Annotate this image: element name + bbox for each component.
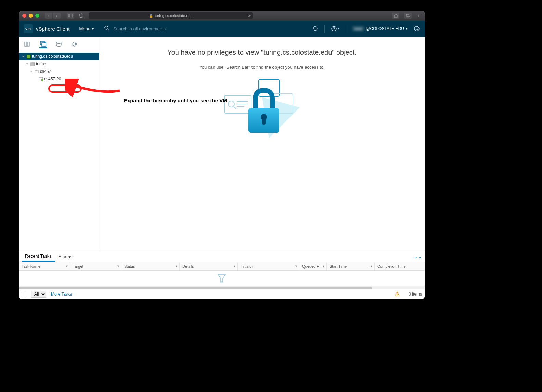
tasks-panel-tabs: Recent Tasks Alarms ⌄⌄	[19, 251, 425, 262]
svg-rect-4	[407, 14, 410, 17]
annotation-text: Expand the hierarchy until you see the V…	[124, 97, 227, 103]
filter-icon[interactable]: ▼	[117, 265, 120, 268]
chevron-down-icon: ▾	[92, 27, 94, 31]
sidebar-icon	[68, 14, 73, 17]
inventory-sidebar: ▾ turing.cs.colostate.edu ▾ turing ▾	[19, 37, 99, 251]
horizontal-scrollbar[interactable]	[19, 286, 425, 289]
minimize-window-button[interactable]	[29, 14, 33, 18]
filter-icon[interactable]: ▼	[175, 265, 178, 268]
filter-icon[interactable]: ▼	[322, 265, 325, 268]
tab-alarms[interactable]: Alarms	[55, 252, 76, 261]
warning-icon[interactable]	[395, 291, 400, 297]
chevron-down-icon: ▾	[406, 27, 408, 30]
vm-running-icon	[38, 77, 43, 81]
divider	[324, 25, 325, 33]
svg-point-44	[397, 295, 398, 296]
filter-icon[interactable]: ▼	[370, 265, 373, 268]
svg-rect-40	[22, 292, 26, 296]
svg-point-39	[220, 282, 223, 283]
svg-rect-25	[41, 79, 43, 81]
col-completion[interactable]: Completion Time	[375, 262, 425, 270]
col-status[interactable]: Status▼	[121, 262, 180, 270]
help-icon: ?	[331, 26, 337, 32]
tasks-filter-select[interactable]: All	[31, 291, 46, 298]
svg-text:?: ?	[333, 27, 335, 31]
tree-item-folder[interactable]: ▾ cs457	[19, 68, 99, 75]
sidebar-view-tabs	[19, 37, 99, 51]
folder-icon	[34, 69, 39, 74]
inventory-tree: ▾ turing.cs.colostate.edu ▾ turing ▾	[19, 51, 99, 84]
networking-tab[interactable]	[71, 40, 78, 48]
smiley-icon	[414, 26, 420, 32]
sort-icon[interactable]: ↓	[367, 265, 369, 268]
tab-recent-tasks[interactable]: Recent Tasks	[22, 251, 55, 262]
refresh-icon	[312, 26, 318, 32]
user-menu[interactable]: xxxx @COLOSTATE.EDU ▾	[352, 26, 408, 31]
tree-label: turing	[36, 62, 46, 66]
chevron-down-icon: ▾	[29, 70, 33, 73]
tasks-footer: All More Tasks 0 items	[19, 289, 425, 299]
col-details[interactable]: Details▼	[180, 262, 238, 270]
safari-sidebar-button[interactable]	[67, 13, 74, 19]
vsphere-body: ▾ turing.cs.colostate.edu ▾ turing ▾	[19, 37, 425, 251]
svg-point-9	[414, 26, 419, 31]
tree-item-vm[interactable]: cs457-20	[19, 75, 99, 83]
search-input[interactable]	[113, 26, 216, 31]
menu-dropdown[interactable]: Menu ▾	[79, 26, 94, 31]
feedback-button[interactable]	[414, 26, 420, 32]
svg-rect-20	[27, 55, 30, 58]
lock-icon: 🔒	[149, 14, 153, 18]
tasks-panel: Recent Tasks Alarms ⌄⌄ Task Name▼ Target…	[19, 251, 425, 299]
col-initiator[interactable]: Initiator▼	[238, 262, 299, 270]
more-tasks-link[interactable]: More Tasks	[51, 292, 72, 297]
column-picker-button[interactable]	[22, 292, 26, 297]
svg-rect-13	[27, 42, 29, 46]
filter-icon[interactable]: ▼	[295, 265, 298, 268]
chevron-down-icon: ▾	[25, 62, 29, 66]
divider	[346, 25, 346, 33]
network-icon	[72, 41, 78, 47]
share-icon	[394, 14, 398, 18]
col-task-name[interactable]: Task Name▼	[19, 262, 70, 270]
safari-toolbar: ‹ › 🔒 turing.cs.colostate.edu ⟳ +	[19, 11, 425, 21]
privacy-shield-button[interactable]	[77, 12, 86, 19]
svg-line-30	[234, 106, 236, 109]
help-button[interactable]: ? ▾	[331, 26, 340, 32]
address-bar[interactable]: 🔒 turing.cs.colostate.edu ⟳	[89, 12, 253, 19]
svg-point-16	[56, 42, 61, 43]
svg-rect-21	[31, 63, 35, 66]
vmware-logo: vm	[24, 24, 33, 33]
col-start-time[interactable]: Start Time↓▼	[327, 262, 375, 270]
back-button[interactable]: ‹	[45, 13, 52, 19]
close-window-button[interactable]	[22, 14, 26, 18]
forward-button[interactable]: ›	[53, 13, 61, 19]
svg-point-5	[105, 26, 108, 29]
new-tab-button[interactable]: +	[416, 13, 421, 18]
vm-icon	[40, 41, 46, 47]
search-container	[104, 25, 312, 32]
header-right: ? ▾ xxxx @COLOSTATE.EDU ▾	[312, 25, 420, 33]
collapse-panel-button[interactable]: ⌄⌄	[414, 254, 422, 259]
scrollbar-thumb[interactable]	[19, 287, 372, 289]
vms-templates-tab[interactable]	[39, 41, 47, 48]
share-button[interactable]	[392, 13, 399, 19]
tabs-button[interactable]	[404, 13, 412, 19]
maximize-window-button[interactable]	[35, 14, 39, 18]
col-queued[interactable]: Queued F▼	[299, 262, 327, 270]
hosts-clusters-tab[interactable]	[24, 40, 31, 48]
main-content: You have no privileges to view "turing.c…	[99, 37, 425, 251]
col-target[interactable]: Target▼	[70, 262, 121, 270]
tree-item-vcenter[interactable]: ▾ turing.cs.colostate.edu	[19, 53, 99, 60]
storage-tab[interactable]	[55, 40, 63, 48]
tree-item-datacenter[interactable]: ▾ turing	[19, 60, 99, 68]
shield-icon	[79, 13, 84, 18]
double-chevron-down-icon: ⌄⌄	[414, 254, 422, 259]
chevron-down-icon: ▾	[21, 55, 25, 58]
username-obscured: xxxx	[352, 26, 364, 31]
reload-icon[interactable]: ⟳	[248, 14, 251, 18]
filter-icon[interactable]: ▼	[233, 265, 236, 268]
svg-line-6	[108, 29, 109, 30]
filter-icon[interactable]: ▼	[65, 265, 68, 268]
refresh-button[interactable]	[312, 26, 318, 32]
tasks-table-header: Task Name▼ Target▼ Status▼ Details▼ Init…	[19, 262, 425, 271]
